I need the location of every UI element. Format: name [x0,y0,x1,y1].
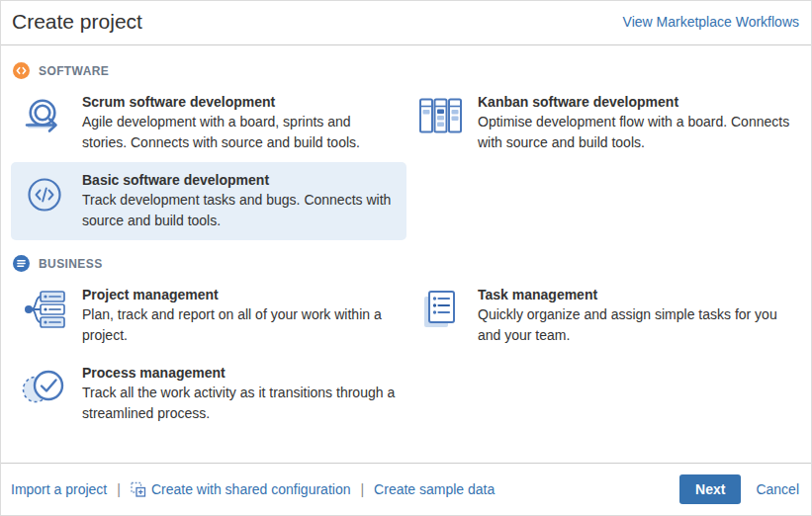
business-section-header: BUSINESS [13,255,801,272]
copy-plus-icon [131,481,146,497]
create-shared-configuration-link[interactable]: Create with shared configuration [131,481,351,497]
card-title: Basic software development [82,172,399,188]
card-title: Kanban software development [478,94,795,110]
next-button[interactable]: Next [679,474,741,504]
card-task-management[interactable]: Task management Quickly organize and ass… [406,277,803,355]
import-project-link[interactable]: Import a project [11,481,107,497]
card-text: Scrum software development Agile develop… [82,93,399,153]
marketplace-workflows-link[interactable]: View Marketplace Workflows [623,14,799,30]
business-section-label: BUSINESS [39,257,103,271]
kanban-board-icon [417,94,465,153]
software-section-header: SOFTWARE [13,62,801,79]
card-scrum-software-development[interactable]: Scrum software development Agile develop… [11,84,406,162]
card-kanban-software-development[interactable]: Kanban software development Optimise dev… [406,84,803,162]
card-title: Task management [478,287,795,302]
page-title: Create project [12,10,142,34]
checklist-pages-icon [417,287,465,346]
footer-links: Import a project | Create with shared co… [11,481,495,497]
scrum-loop-icon [22,94,69,153]
create-project-dialog: Create project View Marketplace Workflow… [0,0,812,516]
separator: | [117,481,121,497]
card-title: Process management [82,365,399,381]
card-text: Project management Plan, track and repor… [82,286,399,346]
footer-actions: Next Cancel [679,474,799,504]
dialog-content: SOFTWARE Scrum software development Agil… [1,45,811,463]
cancel-link[interactable]: Cancel [756,481,799,497]
card-project-management[interactable]: Project management Plan, track and repor… [11,277,406,355]
code-brackets-circle-icon [22,172,69,231]
card-text: Process management Track all the work ac… [82,364,399,424]
card-process-management[interactable]: Process management Track all the work ac… [11,355,406,433]
software-cards: Scrum software development Agile develop… [11,84,801,240]
card-text: Kanban software development Optimise dev… [478,93,795,153]
card-text: Basic software development Track develop… [82,171,399,231]
card-title: Scrum software development [82,94,399,110]
code-circle-icon [13,62,30,79]
business-cards: Project management Plan, track and repor… [11,277,801,433]
card-description: Optimise development flow with a board. … [478,112,795,153]
empty-cell [406,355,803,433]
card-description: Quickly organize and assign simple tasks… [478,304,795,346]
dialog-header: Create project View Marketplace Workflow… [1,1,811,45]
link-label: Create with shared configuration [151,481,351,497]
separator: | [360,481,364,497]
card-description: Agile development with a board, sprints … [82,112,399,153]
card-description: Track development tasks and bugs. Connec… [82,190,399,231]
check-circle-dashed-icon [22,365,69,424]
list-circle-icon [13,255,30,272]
card-description: Track all the work activity as it transi… [82,383,399,424]
card-description: Plan, track and report on all of your wo… [82,304,399,346]
card-title: Project management [82,287,399,302]
software-section-label: SOFTWARE [39,64,109,78]
card-text: Task management Quickly organize and ass… [478,286,795,346]
hierarchy-icon [22,287,69,346]
create-sample-data-link[interactable]: Create sample data [374,481,495,497]
dialog-footer: Import a project | Create with shared co… [1,463,811,515]
empty-cell [406,162,803,240]
card-basic-software-development[interactable]: Basic software development Track develop… [11,162,406,240]
